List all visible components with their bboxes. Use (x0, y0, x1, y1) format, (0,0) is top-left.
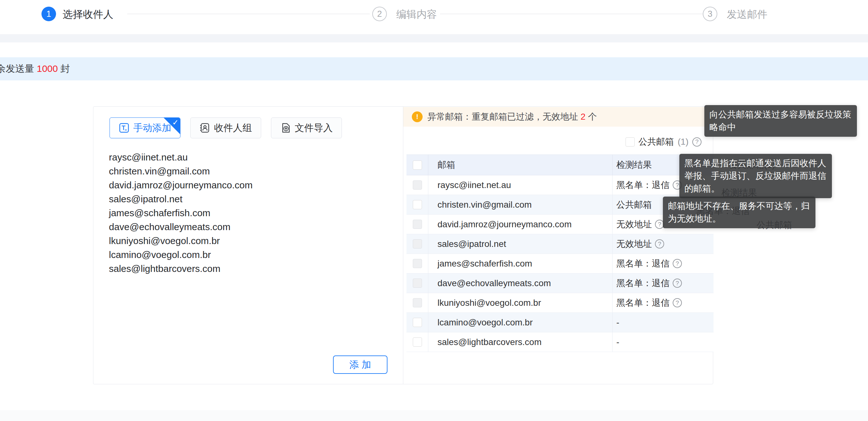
recipient-group-icon (199, 122, 210, 133)
step-connector-2 (440, 13, 709, 14)
step-1-label: 选择收件人 (63, 7, 113, 22)
row-checkbox[interactable] (413, 337, 422, 347)
email-list-item: sales@ipatrol.net (109, 192, 388, 206)
email-list[interactable]: raysc@iinet.net.auchristen.vin@gmail.com… (109, 150, 388, 276)
manual-add-icon (119, 122, 129, 133)
tab-file-import-label: 文件导入 (295, 122, 333, 134)
row-result-text: 无效地址 (616, 218, 652, 231)
row-checkbox-cell (406, 195, 428, 214)
email-list-item: james@schaferfish.com (109, 206, 388, 220)
row-result-text: 无效地址 (616, 238, 652, 250)
row-email: dave@echovalleymeats.com (428, 273, 613, 293)
table-header-checkbox-cell (406, 155, 428, 175)
public-mailbox-count: (1) (678, 137, 688, 147)
row-result: 黑名单：退信? (613, 293, 714, 312)
quota-amount: 1000 (34, 63, 60, 74)
tooltip-blacklist: 黑名单是指在云邮通发送后因收件人举报、手动退订、反垃圾邮件而退信的邮箱。 (679, 154, 832, 198)
tab-recipient-group[interactable]: 收件人组 (190, 117, 261, 138)
file-import-icon (280, 122, 291, 133)
row-result: 无效地址? (613, 234, 714, 253)
result-help-icon[interactable]: ? (673, 298, 682, 307)
tooltip-invalid-address: 邮箱地址不存在、服务不可达等，归为无效地址。 (663, 197, 815, 228)
step-1-number: 1 (46, 9, 51, 19)
row-checkbox (413, 259, 422, 268)
step-2-label: 编辑内容 (396, 7, 437, 22)
public-mailbox-label: 公共邮箱 (639, 136, 674, 148)
email-list-item: raysc@iinet.net.au (109, 150, 388, 164)
row-result-text: 黑名单：退信 (616, 179, 670, 191)
table-row: sales@lightbarcovers.com- (406, 332, 714, 352)
step-3-label: 发送邮件 (727, 7, 767, 22)
step-2-circle: 2 (372, 7, 387, 21)
email-list-item: david.jamroz@journeymanco.com (109, 178, 388, 192)
add-button[interactable]: 添 加 (333, 356, 388, 374)
row-result-text: 黑名单：退信 (616, 258, 670, 270)
row-checkbox-cell (406, 313, 428, 332)
result-help-icon[interactable]: ? (655, 239, 664, 248)
email-list-item: dave@echovalleymeats.com (109, 220, 388, 234)
row-email: lkuniyoshi@voegol.com.br (428, 293, 613, 312)
row-checkbox-cell (406, 332, 428, 352)
row-email: sales@lightbarcovers.com (428, 332, 613, 352)
warning-count: 2 (578, 112, 588, 122)
row-checkbox-cell (406, 273, 428, 293)
tab-file-import[interactable]: 文件导入 (271, 117, 342, 138)
table-row: james@schaferfish.com黑名单：退信? (406, 254, 714, 273)
step-1-circle: 1 (41, 7, 56, 21)
row-checkbox[interactable] (413, 200, 422, 209)
recipient-panel: 手动添加 ✓ 收件人组 文件导入 raysc@iinet.net.auchris… (93, 107, 713, 384)
public-mailbox-help-icon[interactable]: ? (692, 138, 702, 147)
email-list-item: lcamino@voegol.com.br (109, 248, 388, 262)
row-result-text: 公共邮箱 (616, 199, 652, 211)
table-header: 邮箱 检测结果 (406, 154, 714, 175)
row-checkbox-cell (406, 254, 428, 273)
email-list-item: lkuniyoshi@voegol.com.br (109, 234, 388, 248)
warning-text: 异常邮箱：重复邮箱已过滤，无效地址 (427, 111, 578, 123)
row-email: christen.vin@gmail.com (428, 195, 613, 214)
result-help-icon[interactable]: ? (673, 259, 682, 268)
step-2-number: 2 (377, 9, 382, 19)
row-checkbox-cell (406, 293, 428, 312)
row-result: - (613, 313, 714, 332)
row-result-text: - (616, 337, 619, 347)
row-checkbox (413, 180, 422, 190)
public-mailbox-checkbox[interactable] (625, 138, 635, 147)
check-icon: ✓ (172, 118, 179, 127)
row-checkbox-cell (406, 215, 428, 234)
row-result-text: 黑名单：退信 (616, 277, 670, 289)
row-checkbox-cell (406, 175, 428, 195)
table-row: sales@ipatrol.net无效地址? (406, 234, 714, 254)
row-checkbox (413, 298, 422, 307)
row-email: lcamino@voegol.com.br (428, 313, 613, 332)
tab-manual-add[interactable]: 手动添加 ✓ (110, 117, 180, 138)
quota-banner-suffix: 封 (60, 63, 70, 74)
warning-text-suffix: 个 (588, 111, 597, 123)
quota-banner-prefix: 余发送量 (0, 63, 34, 74)
row-email: david.jamroz@journeymanco.com (428, 215, 613, 234)
bulk-mail-wizard-page: 1 选择收件人 2 编辑内容 3 发送邮件 余发送量1000封 手动添加 ✓ (0, 0, 868, 421)
detection-table: 邮箱 检测结果 raysc@iinet.net.au黑名单：退信?christe… (406, 154, 714, 352)
row-checkbox (413, 239, 422, 248)
email-list-item: christen.vin@gmail.com (109, 164, 388, 178)
row-result: 黑名单：退信? (613, 273, 714, 293)
row-email: raysc@iinet.net.au (428, 175, 613, 195)
warning-bar: ! 异常邮箱：重复邮箱已过滤，无效地址 2 个 (403, 107, 713, 127)
table-row: lkuniyoshi@voegol.com.br黑名单：退信? (406, 293, 714, 313)
row-checkbox-cell (406, 234, 428, 253)
tab-recipient-group-label: 收件人组 (214, 122, 252, 134)
row-email: sales@ipatrol.net (428, 234, 613, 253)
row-checkbox (413, 278, 422, 288)
select-all-checkbox[interactable] (413, 160, 422, 170)
public-mailbox-filter-row: 公共邮箱 (1) ? (403, 134, 702, 150)
row-result-text: - (616, 318, 619, 328)
result-help-icon[interactable]: ? (673, 278, 682, 288)
quota-banner: 余发送量1000封 (0, 57, 868, 81)
row-checkbox[interactable] (413, 318, 422, 327)
row-result: 黑名单：退信? (613, 254, 714, 273)
header-divider-strip (0, 34, 868, 42)
table-row: lcamino@voegol.com.br- (406, 313, 714, 332)
table-row: raysc@iinet.net.au黑名单：退信? (406, 175, 714, 195)
bottom-strip (0, 410, 868, 421)
row-checkbox (413, 220, 422, 229)
table-row: dave@echovalleymeats.com黑名单：退信? (406, 273, 714, 293)
